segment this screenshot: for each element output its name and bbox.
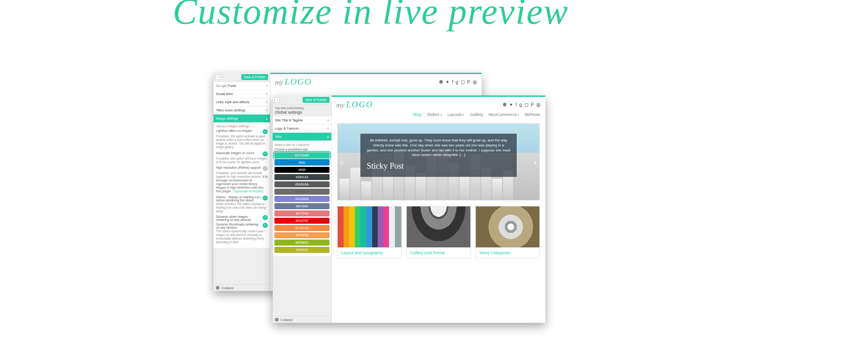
chevron-up-icon: ▴: [327, 135, 329, 139]
skin-swatch[interactable]: #6d6d6d: [274, 189, 329, 195]
twitter-icon[interactable]: ✦: [509, 102, 513, 108]
skin-swatch[interactable]: #27CDA5: [274, 152, 329, 158]
page-hero-title: Customize in live preview: [173, 0, 569, 32]
opt-retina-toggle[interactable]: [263, 166, 268, 171]
opt-autoscale-desc: If enabled, this option will force image…: [216, 157, 268, 164]
section-label: Site Title & Tagline: [275, 118, 303, 122]
collapse-sidebar-button[interactable]: ‹Collapse: [214, 284, 270, 291]
chevron-down-icon: ▾: [266, 84, 268, 88]
hero-post-title[interactable]: Sticky Post: [367, 160, 510, 171]
rss-icon[interactable]: ✽: [503, 102, 507, 108]
instagram-icon[interactable]: ◻: [524, 102, 529, 108]
twitter-icon[interactable]: ✦: [445, 79, 449, 85]
customizer-sidebar: ‹ Save & Publish You are customizing Glo…: [273, 95, 332, 323]
nav-bbpress[interactable]: bbPress: [525, 112, 540, 117]
card-image: [407, 206, 470, 247]
skin-swatch[interactable]: #F78C40: [274, 225, 329, 231]
section-google-fonts[interactable]: Google Fonts ▾: [214, 82, 270, 90]
regenerate-thumbnails-link[interactable]: regenerate thumbnails.: [234, 190, 264, 193]
skin-swatch[interactable]: #8FB81E: [274, 240, 329, 246]
opt-slider-loading-toggle[interactable]: ✓: [263, 196, 268, 201]
skin-swatch[interactable]: #08c: [274, 160, 329, 165]
section-image-settings[interactable]: Image settings▴: [214, 115, 270, 123]
card-gallery-post[interactable]: Gallery post format: [406, 206, 471, 258]
skin-swatch[interactable]: #8183D8: [274, 196, 329, 202]
opt-lightbox-desc: If enabled, this option activate a popin…: [216, 135, 268, 150]
nav-woocommerce[interactable]: WooCommerce: [489, 112, 519, 117]
skin-swatch[interactable]: #6b7b9b: [274, 203, 329, 209]
pinterest-icon[interactable]: P: [531, 102, 534, 108]
skin-swatch[interactable]: #E10707: [274, 218, 329, 224]
skin-hint-2: Choose a predefined skin: [274, 148, 329, 151]
opt-dyn-slider-toggle[interactable]: ✓: [263, 215, 268, 220]
chevron-down-icon: ▾: [266, 109, 268, 112]
collapse-sidebar-button[interactable]: ‹Collapse: [273, 316, 331, 323]
google-icon[interactable]: g: [519, 102, 522, 108]
panel-subheading: Various images settings: [216, 125, 268, 128]
card-title: Many Categories: [476, 247, 539, 258]
instagram-icon[interactable]: ◻: [461, 79, 465, 85]
section-logo-favicon[interactable]: Logo & Favicon▾: [273, 125, 331, 133]
dribbble-icon[interactable]: ◍: [536, 102, 541, 108]
rss-icon[interactable]: ✽: [439, 79, 443, 85]
section-label: Image settings: [216, 116, 238, 120]
chevron-up-icon: ▴: [266, 117, 268, 120]
card-layout-typography[interactable]: Layout and typography: [337, 206, 402, 258]
pinterest-icon[interactable]: P: [467, 79, 470, 85]
card-many-categories[interactable]: Many Categories: [475, 206, 540, 258]
opt-autoscale-toggle[interactable]: ✓: [263, 151, 268, 156]
nav-sliders[interactable]: Sliders: [427, 112, 442, 117]
save-publish-button[interactable]: Save & Publish: [303, 97, 329, 103]
opt-retina-desc: If enabled, your website will include su…: [216, 171, 268, 194]
opt-lightbox-label: Lightbox effect on images: [216, 129, 263, 132]
section-skin[interactable]: Skin▴: [273, 133, 331, 141]
skin-swatch[interactable]: #394143: [274, 174, 329, 180]
section-social-links[interactable]: Social links▾: [214, 90, 270, 98]
chevron-down-icon: ▾: [266, 92, 268, 96]
skin-swatch[interactable]: #b2b523: [274, 247, 329, 253]
collapse-label: Collapse: [280, 318, 293, 321]
customizing-small: You are customizing: [275, 106, 329, 110]
back-button[interactable]: ‹: [215, 75, 221, 80]
site-logo[interactable]: myLOGO: [275, 77, 312, 87]
section-label: Social links: [216, 92, 233, 96]
facebook-icon[interactable]: f: [452, 79, 453, 85]
skin-swatch[interactable]: #000: [274, 167, 329, 173]
facebook-icon[interactable]: f: [515, 102, 517, 108]
slider-prev-button[interactable]: ‹: [340, 157, 344, 167]
featured-cards: Layout and typography Gallery post forma…: [337, 206, 540, 258]
opt-dyn-thumbs-toggle[interactable]: ✓: [263, 223, 268, 228]
customizer-window-front: ‹ Save & Publish You are customizing Glo…: [273, 95, 545, 323]
save-publish-button[interactable]: Save & Publish: [241, 74, 268, 80]
section-links-style[interactable]: Links style and effects▾: [214, 98, 270, 106]
site-preview: myLOGO ✽ ✦ f g ◻ P ◍ Blog Sliders Layout…: [332, 95, 545, 323]
collapse-label: Collapse: [221, 286, 234, 290]
opt-lightbox-toggle[interactable]: ✓: [263, 129, 268, 134]
hero-caption: All children, except one, grow up. They …: [360, 134, 517, 177]
skin-panel: Select a skin for Customizr Choose a pre…: [273, 141, 331, 256]
customizing-heading: You are customizing Global settings: [273, 105, 331, 116]
collapse-icon: ‹: [275, 318, 279, 321]
section-label: Fonts: [228, 84, 236, 88]
skin-swatch[interactable]: #e7797a: [274, 211, 329, 216]
google-icon[interactable]: g: [456, 79, 459, 85]
opt-dyn-thumbs-desc: This option dynamically centers your ima…: [216, 230, 268, 245]
opt-retina-label: High resolution (Retina) support: [216, 166, 263, 169]
back-button[interactable]: ‹: [274, 97, 280, 103]
card-title: Gallery post format: [407, 247, 470, 258]
nav-blog[interactable]: Blog: [413, 112, 421, 117]
opt-dyn-thumbs-label: Dynamic thumbnails centering on any devi…: [216, 223, 263, 229]
skin-swatch[interactable]: #5A5A5A: [274, 181, 329, 187]
opt-slider-loading-label: Sliders : display on loading icon before…: [216, 196, 263, 202]
slider-next-button[interactable]: ›: [534, 157, 537, 167]
site-logo[interactable]: myLOGO: [336, 100, 373, 110]
dribbble-icon[interactable]: ◍: [473, 79, 477, 85]
customizing-title: Global settings: [275, 110, 329, 115]
chevron-down-icon: ▾: [327, 127, 329, 130]
section-site-title[interactable]: Site Title & Tagline▾: [273, 116, 331, 125]
nav-gallery[interactable]: Gallery: [470, 112, 483, 117]
section-titles-icons[interactable]: Titles icons settings▾: [214, 106, 270, 115]
skin-swatch[interactable]: #F79F50: [274, 232, 329, 238]
nav-layouts[interactable]: Layouts: [448, 112, 464, 117]
section-label: Titles icons settings: [216, 108, 245, 112]
